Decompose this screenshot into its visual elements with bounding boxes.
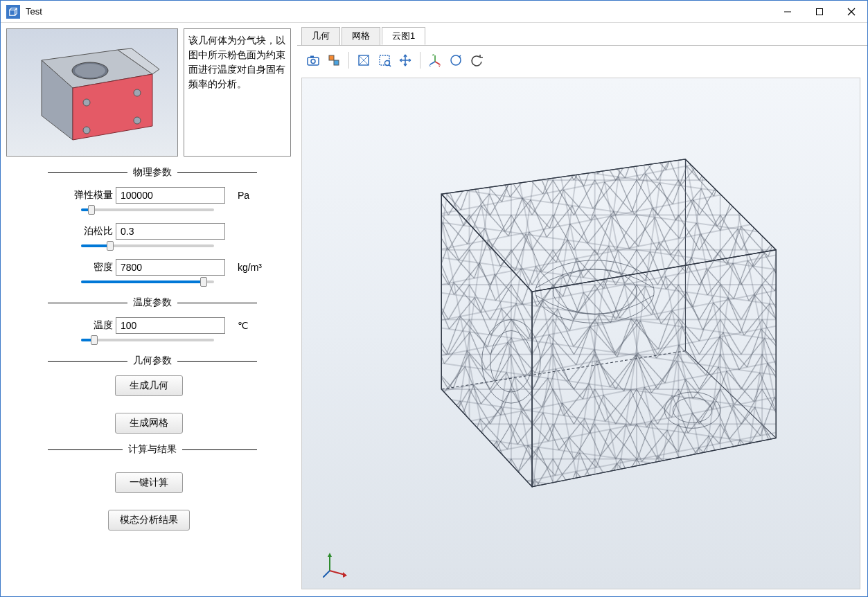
tabs: 几何 网格 云图1 — [297, 27, 867, 45]
svg-point-14 — [134, 117, 141, 124]
poisson-label: 泊松比 — [69, 225, 113, 238]
view-orientation-button[interactable]: zyx — [425, 50, 445, 71]
selection-button[interactable] — [324, 50, 344, 71]
svg-rect-18 — [329, 55, 334, 60]
svg-rect-19 — [334, 60, 339, 65]
elastic-modulus-unit: Pa — [238, 190, 249, 201]
toolbar: zyx — [297, 45, 867, 75]
modal-result-button[interactable]: 模态分析结果 — [108, 510, 190, 531]
geometry-preview — [6, 28, 178, 157]
temperature-unit: ℃ — [238, 320, 249, 331]
svg-line-26 — [430, 62, 435, 64]
svg-point-10 — [75, 64, 105, 78]
svg-line-23 — [389, 65, 391, 67]
svg-marker-51 — [343, 572, 347, 578]
tab-mesh[interactable]: 网格 — [342, 27, 380, 45]
pan-button[interactable] — [395, 50, 416, 71]
minimize-button[interactable] — [772, 1, 804, 23]
svg-rect-40 — [387, 116, 860, 578]
svg-point-13 — [83, 127, 90, 134]
poisson-slider[interactable] — [81, 241, 214, 251]
rotate-button[interactable] — [445, 50, 466, 71]
svg-rect-17 — [310, 56, 314, 58]
maximize-button[interactable] — [804, 1, 835, 23]
screenshot-button[interactable] — [303, 50, 324, 71]
description-box: 该几何体为分气块，以图中所示粉色面为约束面进行温度对自身固有频率的分析。 — [184, 28, 291, 157]
svg-point-16 — [311, 60, 315, 64]
svg-rect-15 — [308, 57, 319, 65]
elastic-modulus-label: 弹性模量 — [69, 189, 113, 202]
density-label: 密度 — [69, 261, 113, 274]
zoom-window-button[interactable] — [374, 50, 395, 71]
zoom-extents-button[interactable] — [353, 50, 374, 71]
close-button[interactable] — [835, 1, 867, 23]
density-slider[interactable] — [81, 277, 214, 287]
elastic-modulus-slider[interactable] — [81, 205, 214, 215]
svg-text:y: y — [439, 63, 441, 67]
tab-geometry[interactable]: 几何 — [301, 27, 340, 45]
svg-point-12 — [134, 89, 141, 96]
density-unit: kg/m³ — [238, 262, 262, 273]
svg-marker-50 — [328, 553, 332, 557]
svg-rect-0 — [10, 10, 15, 15]
section-temperature: 温度参数 — [48, 296, 257, 309]
temperature-input[interactable] — [116, 317, 225, 334]
svg-text:x: x — [429, 63, 431, 67]
titlebar: Test — [1, 1, 867, 23]
generate-mesh-button[interactable]: 生成网格 — [115, 413, 183, 434]
svg-line-49 — [323, 571, 330, 578]
tab-cloud1[interactable]: 云图1 — [382, 27, 425, 45]
elastic-modulus-input[interactable] — [116, 187, 225, 204]
right-panel: 几何 网格 云图1 zyx — [297, 23, 867, 596]
svg-text:z: z — [432, 53, 434, 57]
compute-button[interactable]: 一键计算 — [115, 472, 183, 493]
svg-line-48 — [330, 571, 345, 575]
axes-triad-icon — [323, 550, 351, 578]
mesh-viewport[interactable] — [301, 78, 860, 589]
undo-view-button[interactable] — [466, 50, 487, 71]
generate-geometry-button[interactable]: 生成几何 — [115, 375, 183, 396]
temperature-label: 温度 — [69, 319, 113, 332]
density-input[interactable] — [116, 259, 225, 276]
svg-point-11 — [83, 99, 90, 106]
section-physical: 物理参数 — [48, 166, 257, 179]
section-compute: 计算与结果 — [48, 443, 257, 456]
svg-rect-2 — [817, 8, 823, 15]
app-icon — [6, 5, 20, 19]
poisson-input[interactable] — [116, 223, 225, 240]
window-title: Test — [26, 6, 42, 17]
section-geometry: 几何参数 — [48, 355, 257, 367]
temperature-slider[interactable] — [81, 335, 214, 345]
left-panel: 该几何体为分气块，以图中所示粉色面为约束面进行温度对自身固有频率的分析。 物理参… — [1, 23, 297, 596]
